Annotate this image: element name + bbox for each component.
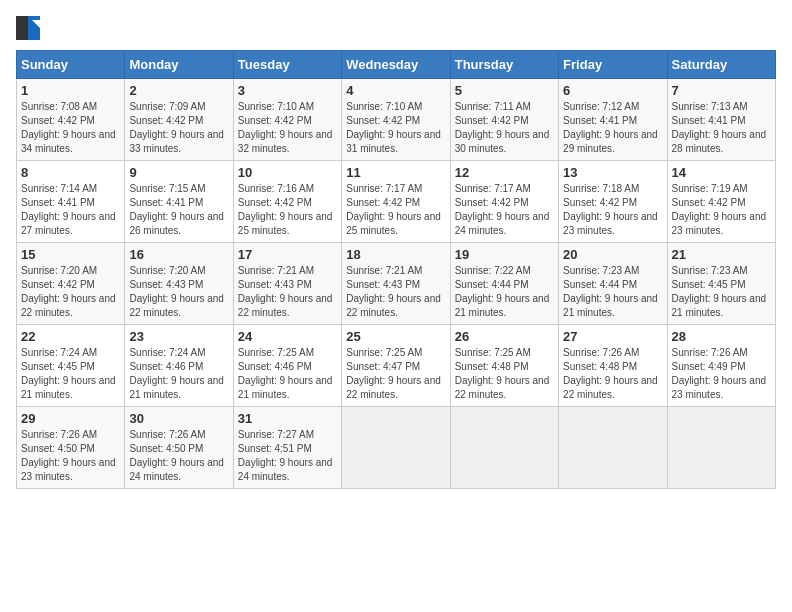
day-number: 27	[563, 329, 662, 344]
calendar-day-16: 16Sunrise: 7:20 AMSunset: 4:43 PMDayligh…	[125, 243, 233, 325]
day-number: 28	[672, 329, 771, 344]
day-info: Sunrise: 7:26 AMSunset: 4:48 PMDaylight:…	[563, 346, 662, 402]
day-number: 1	[21, 83, 120, 98]
calendar-day-18: 18Sunrise: 7:21 AMSunset: 4:43 PMDayligh…	[342, 243, 450, 325]
day-info: Sunrise: 7:11 AMSunset: 4:42 PMDaylight:…	[455, 100, 554, 156]
empty-cell	[559, 407, 667, 489]
calendar-day-21: 21Sunrise: 7:23 AMSunset: 4:45 PMDayligh…	[667, 243, 775, 325]
day-info: Sunrise: 7:10 AMSunset: 4:42 PMDaylight:…	[346, 100, 445, 156]
day-number: 3	[238, 83, 337, 98]
day-info: Sunrise: 7:20 AMSunset: 4:43 PMDaylight:…	[129, 264, 228, 320]
day-header-friday: Friday	[559, 51, 667, 79]
logo	[16, 16, 44, 40]
day-number: 21	[672, 247, 771, 262]
day-header-thursday: Thursday	[450, 51, 558, 79]
calendar-day-30: 30Sunrise: 7:26 AMSunset: 4:50 PMDayligh…	[125, 407, 233, 489]
calendar-day-7: 7Sunrise: 7:13 AMSunset: 4:41 PMDaylight…	[667, 79, 775, 161]
calendar-day-29: 29Sunrise: 7:26 AMSunset: 4:50 PMDayligh…	[17, 407, 125, 489]
day-number: 10	[238, 165, 337, 180]
day-info: Sunrise: 7:27 AMSunset: 4:51 PMDaylight:…	[238, 428, 337, 484]
empty-cell	[450, 407, 558, 489]
day-number: 29	[21, 411, 120, 426]
svg-rect-0	[16, 16, 28, 40]
day-info: Sunrise: 7:26 AMSunset: 4:50 PMDaylight:…	[129, 428, 228, 484]
day-header-sunday: Sunday	[17, 51, 125, 79]
empty-cell	[667, 407, 775, 489]
calendar-day-23: 23Sunrise: 7:24 AMSunset: 4:46 PMDayligh…	[125, 325, 233, 407]
calendar-day-12: 12Sunrise: 7:17 AMSunset: 4:42 PMDayligh…	[450, 161, 558, 243]
empty-cell	[342, 407, 450, 489]
day-number: 4	[346, 83, 445, 98]
day-info: Sunrise: 7:25 AMSunset: 4:47 PMDaylight:…	[346, 346, 445, 402]
day-info: Sunrise: 7:21 AMSunset: 4:43 PMDaylight:…	[346, 264, 445, 320]
day-header-tuesday: Tuesday	[233, 51, 341, 79]
day-info: Sunrise: 7:17 AMSunset: 4:42 PMDaylight:…	[346, 182, 445, 238]
calendar-day-6: 6Sunrise: 7:12 AMSunset: 4:41 PMDaylight…	[559, 79, 667, 161]
calendar-day-20: 20Sunrise: 7:23 AMSunset: 4:44 PMDayligh…	[559, 243, 667, 325]
calendar-header-row: SundayMondayTuesdayWednesdayThursdayFrid…	[17, 51, 776, 79]
day-number: 19	[455, 247, 554, 262]
day-info: Sunrise: 7:18 AMSunset: 4:42 PMDaylight:…	[563, 182, 662, 238]
svg-rect-1	[28, 16, 40, 40]
calendar-day-28: 28Sunrise: 7:26 AMSunset: 4:49 PMDayligh…	[667, 325, 775, 407]
day-info: Sunrise: 7:19 AMSunset: 4:42 PMDaylight:…	[672, 182, 771, 238]
calendar-day-31: 31Sunrise: 7:27 AMSunset: 4:51 PMDayligh…	[233, 407, 341, 489]
day-info: Sunrise: 7:15 AMSunset: 4:41 PMDaylight:…	[129, 182, 228, 238]
day-number: 24	[238, 329, 337, 344]
page-header	[16, 16, 776, 40]
calendar-day-9: 9Sunrise: 7:15 AMSunset: 4:41 PMDaylight…	[125, 161, 233, 243]
calendar-day-1: 1Sunrise: 7:08 AMSunset: 4:42 PMDaylight…	[17, 79, 125, 161]
calendar-week-2: 8Sunrise: 7:14 AMSunset: 4:41 PMDaylight…	[17, 161, 776, 243]
day-number: 11	[346, 165, 445, 180]
day-number: 22	[21, 329, 120, 344]
calendar-day-25: 25Sunrise: 7:25 AMSunset: 4:47 PMDayligh…	[342, 325, 450, 407]
day-number: 31	[238, 411, 337, 426]
day-number: 7	[672, 83, 771, 98]
calendar-day-24: 24Sunrise: 7:25 AMSunset: 4:46 PMDayligh…	[233, 325, 341, 407]
calendar-day-22: 22Sunrise: 7:24 AMSunset: 4:45 PMDayligh…	[17, 325, 125, 407]
day-header-monday: Monday	[125, 51, 233, 79]
day-header-wednesday: Wednesday	[342, 51, 450, 79]
day-number: 30	[129, 411, 228, 426]
day-info: Sunrise: 7:26 AMSunset: 4:49 PMDaylight:…	[672, 346, 771, 402]
day-number: 18	[346, 247, 445, 262]
calendar-day-2: 2Sunrise: 7:09 AMSunset: 4:42 PMDaylight…	[125, 79, 233, 161]
day-info: Sunrise: 7:24 AMSunset: 4:46 PMDaylight:…	[129, 346, 228, 402]
calendar-week-4: 22Sunrise: 7:24 AMSunset: 4:45 PMDayligh…	[17, 325, 776, 407]
day-info: Sunrise: 7:17 AMSunset: 4:42 PMDaylight:…	[455, 182, 554, 238]
day-number: 20	[563, 247, 662, 262]
calendar-day-27: 27Sunrise: 7:26 AMSunset: 4:48 PMDayligh…	[559, 325, 667, 407]
day-number: 8	[21, 165, 120, 180]
calendar-day-17: 17Sunrise: 7:21 AMSunset: 4:43 PMDayligh…	[233, 243, 341, 325]
calendar-day-10: 10Sunrise: 7:16 AMSunset: 4:42 PMDayligh…	[233, 161, 341, 243]
calendar-day-3: 3Sunrise: 7:10 AMSunset: 4:42 PMDaylight…	[233, 79, 341, 161]
day-number: 25	[346, 329, 445, 344]
day-info: Sunrise: 7:25 AMSunset: 4:48 PMDaylight:…	[455, 346, 554, 402]
day-number: 13	[563, 165, 662, 180]
day-number: 26	[455, 329, 554, 344]
calendar-table: SundayMondayTuesdayWednesdayThursdayFrid…	[16, 50, 776, 489]
day-info: Sunrise: 7:23 AMSunset: 4:45 PMDaylight:…	[672, 264, 771, 320]
day-number: 2	[129, 83, 228, 98]
day-info: Sunrise: 7:13 AMSunset: 4:41 PMDaylight:…	[672, 100, 771, 156]
day-info: Sunrise: 7:14 AMSunset: 4:41 PMDaylight:…	[21, 182, 120, 238]
calendar-day-4: 4Sunrise: 7:10 AMSunset: 4:42 PMDaylight…	[342, 79, 450, 161]
logo-icon	[16, 16, 40, 40]
calendar-day-5: 5Sunrise: 7:11 AMSunset: 4:42 PMDaylight…	[450, 79, 558, 161]
day-info: Sunrise: 7:08 AMSunset: 4:42 PMDaylight:…	[21, 100, 120, 156]
day-info: Sunrise: 7:16 AMSunset: 4:42 PMDaylight:…	[238, 182, 337, 238]
day-info: Sunrise: 7:21 AMSunset: 4:43 PMDaylight:…	[238, 264, 337, 320]
calendar-day-13: 13Sunrise: 7:18 AMSunset: 4:42 PMDayligh…	[559, 161, 667, 243]
calendar-day-19: 19Sunrise: 7:22 AMSunset: 4:44 PMDayligh…	[450, 243, 558, 325]
calendar-day-8: 8Sunrise: 7:14 AMSunset: 4:41 PMDaylight…	[17, 161, 125, 243]
day-info: Sunrise: 7:20 AMSunset: 4:42 PMDaylight:…	[21, 264, 120, 320]
calendar-day-11: 11Sunrise: 7:17 AMSunset: 4:42 PMDayligh…	[342, 161, 450, 243]
day-number: 9	[129, 165, 228, 180]
day-number: 12	[455, 165, 554, 180]
day-number: 5	[455, 83, 554, 98]
day-info: Sunrise: 7:25 AMSunset: 4:46 PMDaylight:…	[238, 346, 337, 402]
calendar-day-26: 26Sunrise: 7:25 AMSunset: 4:48 PMDayligh…	[450, 325, 558, 407]
day-number: 23	[129, 329, 228, 344]
calendar-day-14: 14Sunrise: 7:19 AMSunset: 4:42 PMDayligh…	[667, 161, 775, 243]
day-info: Sunrise: 7:23 AMSunset: 4:44 PMDaylight:…	[563, 264, 662, 320]
